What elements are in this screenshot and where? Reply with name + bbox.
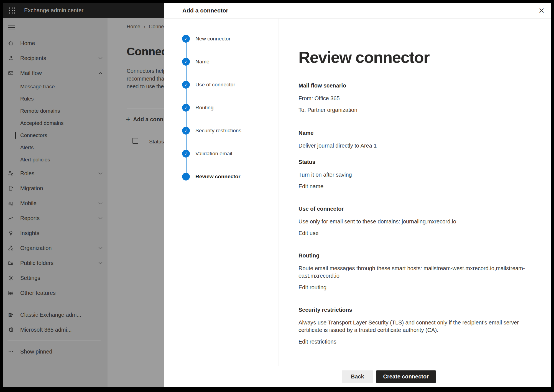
step-routing[interactable]: ✓Routing [182, 104, 279, 127]
sidebar-item-microsoft-365-admin[interactable]: Microsoft 365 admi... [3, 322, 108, 337]
sidebar-item-label: Message trace [20, 84, 55, 90]
sidebar-item-other-features[interactable]: Other features [3, 285, 108, 300]
review-section-header: Use of connector [298, 206, 540, 212]
review-section-value: From: Office 365 [298, 95, 526, 102]
step-new-connector[interactable]: ✓New connector [182, 35, 279, 58]
sidebar-item-public-folders[interactable]: Public folders [3, 256, 108, 270]
review-heading: Review connector [298, 48, 540, 66]
sidebar-divider [7, 341, 101, 341]
sidebar: HomeRecipientsMail flowMessage traceRule… [3, 18, 108, 387]
sidebar-item-connectors[interactable]: Connectors [3, 129, 108, 141]
sidebar-nav: HomeRecipientsMail flowMessage traceRule… [3, 36, 108, 359]
sidebar-item-label: Accepted domains [20, 120, 63, 126]
back-button[interactable]: Back [342, 370, 373, 383]
sidebar-item-reports[interactable]: Reports [3, 211, 108, 226]
mobile-icon [8, 200, 14, 206]
edit-use-link[interactable]: Edit use [298, 230, 318, 236]
breadcrumb: Home › Conne [127, 24, 164, 30]
sidebar-item-label: Mobile [20, 200, 37, 207]
add-connector-dialog: Add a connector × ✓New connector✓Name✓Us… [164, 3, 551, 387]
reports-icon [8, 215, 14, 221]
sidebar-item-label: Mail flow [20, 70, 42, 76]
dialog-title: Add a connector [182, 7, 228, 14]
dialog-footer: Back Create connector [164, 366, 551, 387]
review-section-header: Status [298, 159, 540, 165]
sidebar-item-insights[interactable]: Insights [3, 226, 108, 241]
plus-icon: + [126, 115, 130, 123]
settings-icon [8, 275, 14, 281]
breadcrumb-connectors[interactable]: Conne [149, 24, 164, 30]
sidebar-item-alert-policies[interactable]: Alert policies [3, 154, 108, 166]
add-connector-button[interactable]: + Add a conn [126, 114, 163, 125]
review-section-mail-flow-scenario: Mail flow scenarioFrom: Office 365To: Pa… [298, 82, 540, 114]
create-connector-button[interactable]: Create connector [376, 370, 436, 383]
step-completed-check-icon: ✓ [182, 104, 190, 112]
app-frame: Exchange admin center HomeRecipientsMail… [3, 3, 551, 387]
page-intro-text: Connectors helprecommend thatneed to use… [127, 67, 166, 90]
status-column-header: Status [149, 139, 164, 145]
review-section-routing: RoutingRoute email messages through thes… [298, 252, 540, 291]
sidebar-item-label: Microsoft 365 admi... [20, 327, 72, 333]
app-launcher-button[interactable] [7, 5, 18, 16]
sidebar-item-classic-exchange-admin[interactable]: EClassic Exchange adm... [3, 307, 108, 322]
hamburger-icon[interactable] [8, 24, 16, 31]
edit-name-link[interactable]: Edit name [298, 183, 323, 190]
step-connector-line [186, 43, 187, 58]
review-section-value: Turn it on after saving [298, 171, 526, 179]
review-section-security-restrictions: Security restrictionsAlways use Transpor… [298, 307, 540, 345]
sidebar-item-home[interactable]: Home [3, 36, 108, 51]
sidebar-item-remote-domains[interactable]: Remote domains [3, 105, 108, 117]
step-completed-check-icon: ✓ [182, 150, 190, 158]
step-label: Validation email [195, 150, 232, 158]
select-all-checkbox[interactable] [132, 138, 138, 144]
sidebar-item-message-trace[interactable]: Message trace [3, 81, 108, 93]
sidebar-item-roles[interactable]: Roles [3, 166, 108, 181]
sidebar-divider [7, 304, 101, 304]
step-validation-email[interactable]: ✓Validation email [182, 150, 279, 173]
step-connector-line [186, 135, 187, 150]
chevron-down-icon [98, 262, 103, 264]
page-intro-line: Connectors help [127, 67, 166, 75]
sidebar-item-accepted-domains[interactable]: Accepted domains [3, 117, 108, 129]
edit-routing-link[interactable]: Edit routing [298, 284, 326, 291]
sidebar-item-label: Migration [20, 185, 43, 192]
review-section-value: Deliver journal directly to Area 1 [298, 142, 526, 149]
sidebar-item-mobile[interactable]: Mobile [3, 196, 108, 211]
step-label: Use of connector [195, 81, 235, 89]
close-icon[interactable]: × [536, 5, 547, 16]
sidebar-item-settings[interactable]: Settings [3, 270, 108, 285]
edit-restrictions-link[interactable]: Edit restrictions [298, 339, 336, 345]
sidebar-item-mail-flow[interactable]: Mail flow [3, 66, 108, 81]
step-security-restrictions[interactable]: ✓Security restrictions [182, 127, 279, 150]
page-intro-line: recommend that [127, 75, 166, 82]
step-use-of-connector[interactable]: ✓Use of connector [182, 81, 279, 104]
sidebar-item-label: Public folders [20, 260, 53, 266]
review-section-value: Use only for email sent to these domains… [298, 218, 526, 225]
sidebar-item-alerts[interactable]: Alerts [3, 141, 108, 154]
page-title: Connec [127, 45, 167, 58]
sidebar-item-show-pinned[interactable]: Show pinned [3, 344, 108, 359]
app-title: Exchange admin center [24, 7, 83, 14]
chevron-down-icon [98, 217, 103, 220]
chevron-down-icon [98, 247, 103, 249]
review-section-use-of-connector: Use of connectorUse only for email sent … [298, 206, 540, 236]
sidebar-item-organization[interactable]: Organization [3, 241, 108, 256]
ellipsis-icon [8, 349, 14, 355]
breadcrumb-home[interactable]: Home [127, 24, 140, 30]
classic-exchange-icon: E [8, 312, 14, 318]
sidebar-item-migration[interactable]: Migration [3, 181, 108, 196]
sidebar-item-rules[interactable]: Rules [3, 93, 108, 105]
mail-icon [8, 70, 14, 76]
sidebar-item-recipients[interactable]: Recipients [3, 51, 108, 66]
step-review-connector[interactable]: Review connector [182, 173, 279, 196]
step-label: New connector [195, 35, 231, 43]
review-sections: Mail flow scenarioFrom: Office 365To: Pa… [298, 82, 540, 345]
review-section-value: Route email messages through these smart… [298, 265, 526, 280]
roles-icon [8, 170, 14, 176]
step-label: Routing [195, 104, 214, 112]
step-connector-line [186, 158, 187, 173]
step-name[interactable]: ✓Name [182, 58, 279, 81]
step-completed-check-icon: ✓ [182, 127, 190, 135]
step-current-dot-icon [182, 173, 190, 180]
review-section-value: Always use Transport Layer Security (TLS… [298, 319, 526, 334]
